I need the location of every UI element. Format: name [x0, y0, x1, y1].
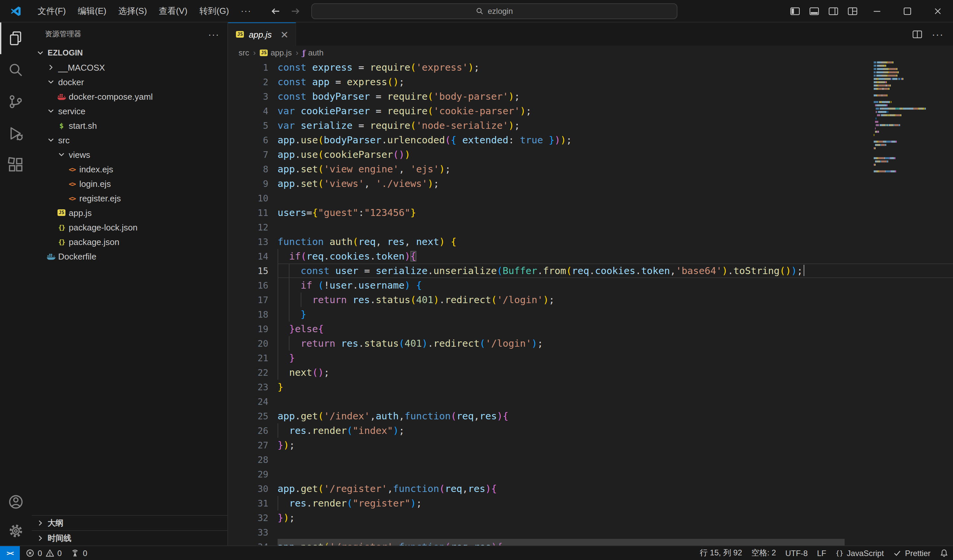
folder-service[interactable]: service [32, 104, 227, 118]
activity-source-control-icon[interactable] [0, 86, 32, 118]
code-line[interactable]: 2const app = express(); [228, 74, 953, 89]
code-line[interactable]: 11users={"guest":"123456"} [228, 206, 953, 220]
code-text[interactable] [278, 525, 953, 540]
code-line[interactable]: 33 [228, 525, 953, 540]
code-text[interactable]: function auth(req, res, next) { [278, 234, 953, 249]
minimap[interactable] [874, 62, 932, 174]
code-text[interactable] [278, 467, 953, 481]
code-text[interactable]: var cookieParser = require('cookie-parse… [278, 104, 953, 118]
code-line[interactable]: 1const express = require('express'); [228, 60, 953, 74]
horizontal-scrollbar[interactable] [278, 539, 844, 546]
problems-status[interactable]: 0 0 [21, 546, 67, 560]
toggle-panel-icon[interactable] [804, 0, 823, 22]
code-text[interactable]: }else{ [278, 322, 953, 336]
activity-search-icon[interactable] [0, 54, 32, 86]
code-line[interactable]: 14 if(req.cookies.token){ [228, 249, 953, 263]
code-line[interactable]: 6app.use(bodyParser.urlencoded({ extende… [228, 133, 953, 147]
menu-goto[interactable]: 转到(G) [193, 0, 235, 22]
code-line[interactable]: 28 [228, 452, 953, 467]
code-text[interactable]: app.get('/index',auth,function(req,res){ [278, 409, 953, 423]
code-text[interactable] [278, 191, 953, 206]
code-line[interactable]: 26 res.render("index"); [228, 423, 953, 438]
code-editor[interactable]: 1const express = require('express');2con… [228, 60, 953, 546]
code-line[interactable]: 9app.set('views', './views'); [228, 176, 953, 191]
ports-status[interactable]: 0 [67, 546, 92, 560]
code-line[interactable]: 24 [228, 394, 953, 409]
code-line[interactable]: 29 [228, 467, 953, 481]
code-text[interactable]: const user = serialize.unserialize(Buffe… [278, 263, 953, 278]
code-text[interactable]: return res.status(401).redirect('/login'… [278, 336, 953, 351]
remote-indicator[interactable]: >< [0, 546, 20, 560]
folder-ezlogin[interactable]: EZLOGIN [32, 46, 227, 60]
maximize-icon[interactable] [892, 0, 923, 22]
activity-extensions-icon[interactable] [0, 149, 32, 181]
file-dockerfile[interactable]: Dockerfile [32, 249, 227, 263]
forward-icon[interactable] [290, 6, 301, 16]
editor-more-actions-icon[interactable]: ··· [932, 28, 944, 40]
code-text[interactable]: }); [278, 510, 953, 525]
activity-explorer-icon[interactable] [0, 22, 32, 54]
file-index-ejs[interactable]: <>index.ejs [32, 162, 227, 176]
code-text[interactable]: app.set('views', './views'); [278, 176, 953, 191]
file-package-lock-json[interactable]: {}package-lock.json [32, 220, 227, 234]
account-icon[interactable] [0, 487, 32, 517]
code-text[interactable]: app.use(cookieParser()) [278, 147, 953, 162]
file-app-js[interactable]: JSapp.js [32, 206, 227, 220]
code-line[interactable]: 16 if (!user.username) { [228, 278, 953, 292]
code-text[interactable]: users={"guest":"123456"} [278, 206, 953, 220]
code-text[interactable]: app.use(bodyParser.urlencoded({ extended… [278, 133, 953, 147]
file-docker-compose-yaml[interactable]: docker-compose.yaml [32, 89, 227, 104]
tab-app-js[interactable]: JS app.js ✕ [228, 22, 296, 46]
code-text[interactable]: app.get('/register',function(req,res){ [278, 481, 953, 496]
close-window-icon[interactable] [923, 0, 953, 22]
customize-layout-icon[interactable] [843, 0, 862, 22]
code-line[interactable]: 17 return res.status(401).redirect('/log… [228, 292, 953, 307]
code-text[interactable]: app.set('view engine', 'ejs'); [278, 162, 953, 176]
toggle-sidebar-icon[interactable] [785, 0, 804, 22]
code-text[interactable]: const bodyParser = require('body-parser'… [278, 89, 953, 104]
code-text[interactable]: res.render("register"); [278, 496, 953, 510]
code-text[interactable]: const app = express(); [278, 74, 953, 89]
code-line[interactable]: 8app.set('view engine', 'ejs'); [228, 162, 953, 176]
folder-src[interactable]: src [32, 133, 227, 147]
formatter-status[interactable]: Prettier [889, 546, 935, 560]
code-lines[interactable]: 1const express = require('express');2con… [228, 60, 953, 546]
code-text[interactable]: res.render("index"); [278, 423, 953, 438]
folder-views[interactable]: views [32, 147, 227, 162]
code-text[interactable] [278, 394, 953, 409]
code-line[interactable]: 13function auth(req, res, next) { [228, 234, 953, 249]
code-line[interactable]: 23} [228, 380, 953, 394]
code-line[interactable]: 22 next(); [228, 365, 953, 380]
code-line[interactable]: 27}); [228, 438, 953, 452]
breadcrumb-folder[interactable]: src [239, 48, 249, 57]
code-text[interactable] [278, 220, 953, 234]
code-line[interactable]: 4var cookieParser = require('cookie-pars… [228, 104, 953, 118]
eol-status[interactable]: LF [812, 546, 831, 560]
command-center-search[interactable]: ezlogin [311, 3, 677, 19]
code-line[interactable]: 15 const user = serialize.unserialize(Bu… [228, 263, 953, 278]
code-text[interactable]: }); [278, 438, 953, 452]
folder-docker[interactable]: docker [32, 74, 227, 89]
indentation-status[interactable]: 空格: 2 [747, 546, 781, 560]
outline-section[interactable]: 大纲 [32, 515, 227, 530]
code-text[interactable] [278, 452, 953, 467]
close-tab-icon[interactable]: ✕ [280, 29, 289, 39]
back-icon[interactable] [271, 6, 281, 16]
code-line[interactable]: 21 } [228, 351, 953, 365]
file-package-json[interactable]: {}package.json [32, 234, 227, 249]
file-login-ejs[interactable]: <>login.ejs [32, 176, 227, 191]
code-text[interactable]: } [278, 307, 953, 322]
file-start-sh[interactable]: $start.sh [32, 118, 227, 133]
code-text[interactable]: return res.status(401).redirect('/login'… [278, 292, 953, 307]
code-text[interactable]: var serialize = require('node-serialize'… [278, 118, 953, 133]
code-line[interactable]: 19 }else{ [228, 322, 953, 336]
code-line[interactable]: 10 [228, 191, 953, 206]
code-line[interactable]: 12 [228, 220, 953, 234]
code-text[interactable]: next(); [278, 365, 953, 380]
code-line[interactable]: 7app.use(cookieParser()) [228, 147, 953, 162]
code-line[interactable]: 30app.get('/register',function(req,res){ [228, 481, 953, 496]
code-line[interactable]: 32}); [228, 510, 953, 525]
code-text[interactable]: } [278, 380, 953, 394]
toggle-secondary-sidebar-icon[interactable] [823, 0, 843, 22]
code-line[interactable]: 3const bodyParser = require('body-parser… [228, 89, 953, 104]
